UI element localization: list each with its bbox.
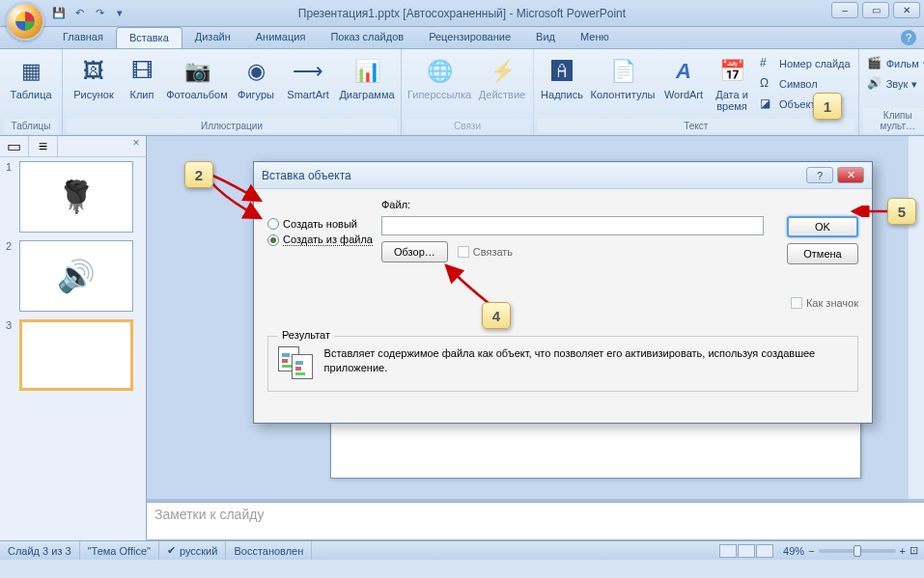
tab-menu[interactable]: Меню	[568, 27, 622, 48]
speaker-icon: 🔊	[57, 258, 96, 294]
movie-button[interactable]: 🎬Фильм▾	[863, 54, 924, 73]
group-media-label: Клипы мульт…	[863, 108, 924, 133]
spellcheck-icon: ✔	[167, 544, 176, 557]
status-recovered: Восстановлен	[226, 541, 312, 560]
tab-review[interactable]: Рецензирование	[416, 27, 523, 48]
slidenum-button[interactable]: #Номер слайда	[756, 54, 854, 73]
picture-button[interactable]: 🖼Рисунок	[67, 54, 121, 102]
slideshow-view-button[interactable]	[756, 544, 773, 558]
chart-button[interactable]: 📊Диаграмма	[337, 54, 397, 102]
create-new-radio[interactable]: Создать новый	[267, 218, 374, 230]
slidenum-icon: #	[760, 56, 775, 71]
action-button[interactable]: ⚡Действие	[475, 54, 529, 102]
ok-button[interactable]: OK	[787, 216, 858, 237]
tab-animation[interactable]: Анимация	[243, 27, 319, 48]
group-links: 🌐Гиперссылка ⚡Действие Связи	[402, 49, 534, 135]
callout-2: 2	[184, 161, 213, 188]
normal-view-button[interactable]	[719, 544, 737, 558]
thumbnail-2[interactable]: 🔊	[19, 240, 133, 312]
table-icon: ▦	[15, 56, 46, 87]
cancel-button[interactable]: Отмена	[787, 243, 858, 264]
file-label: Файл:	[381, 199, 764, 210]
save-icon[interactable]: 💾	[50, 5, 68, 22]
dialog-titlebar[interactable]: Вставка объекта ? ✕	[254, 162, 872, 189]
as-icon-checkbox-row[interactable]: Как значок	[791, 297, 858, 309]
maximize-button[interactable]: ▭	[862, 2, 889, 18]
callout-1: 1	[813, 93, 842, 120]
table-button[interactable]: ▦Таблица	[4, 54, 58, 102]
movie-icon: 🎬	[867, 56, 882, 71]
slides-tab[interactable]: ▭	[0, 136, 29, 156]
result-legend: Результат	[278, 329, 334, 341]
browse-button[interactable]: Обзор…	[381, 241, 448, 262]
status-bar: Слайд 3 из 3 "Тема Office" ✔русский Восс…	[0, 540, 924, 560]
browse-row: Обзор… Связать	[381, 241, 764, 262]
tab-insert[interactable]: Вставка	[116, 27, 182, 48]
sorter-view-button[interactable]	[738, 544, 755, 558]
group-illustrations: 🖼Рисунок 🎞Клип 📷Фотоальбом ◉Фигуры ⟶Smar…	[63, 49, 402, 135]
zoom-slider-thumb[interactable]	[854, 545, 861, 557]
group-text-label: Текст	[538, 119, 854, 133]
calendar-icon: 📅	[716, 56, 747, 87]
dialog-title-buttons: ? ✕	[806, 167, 864, 183]
status-language[interactable]: ✔русский	[159, 541, 226, 560]
sound-button[interactable]: 🔊Звук▾	[863, 74, 924, 94]
wordart-button[interactable]: AWordArt	[659, 54, 708, 102]
thumb-item-3[interactable]: 3	[6, 319, 140, 391]
clip-button[interactable]: 🎞Клип	[123, 54, 161, 102]
datetime-button[interactable]: 📅Дата и время	[710, 54, 754, 114]
result-text: Вставляет содержимое файла как объект, ч…	[324, 346, 848, 381]
qat-dropdown-icon[interactable]: ▾	[111, 5, 128, 22]
tab-view[interactable]: Вид	[523, 27, 568, 48]
undo-icon[interactable]: ↶	[70, 5, 88, 22]
vertical-scrollbar[interactable]	[909, 136, 924, 499]
redo-icon[interactable]: ↷	[91, 5, 108, 22]
thumbnail-3[interactable]	[19, 319, 133, 391]
thumbnail-1[interactable]: 🌹	[19, 161, 133, 233]
zoom-slider[interactable]	[819, 549, 896, 553]
shapes-icon: ◉	[240, 56, 271, 87]
dialog-help-button[interactable]: ?	[806, 167, 833, 183]
thumb-item-2[interactable]: 2🔊	[6, 240, 140, 312]
fit-button[interactable]: ⊡	[910, 544, 918, 557]
smartart-button[interactable]: ⟶SmartArt	[281, 54, 335, 102]
outline-tab[interactable]: ≡	[29, 136, 58, 156]
slide-canvas[interactable]	[330, 421, 861, 479]
headerfooter-button[interactable]: 📄Колонтитулы	[588, 54, 658, 102]
hyperlink-button[interactable]: 🌐Гиперссылка	[406, 54, 473, 102]
notes-pane[interactable]: Заметки к слайду	[147, 502, 924, 540]
zoom-out-button[interactable]: −	[808, 545, 814, 557]
title-bar: 💾 ↶ ↷ ▾ Презентация1.pptx [Автосохраненн…	[0, 0, 924, 27]
minimize-button[interactable]: –	[831, 2, 858, 18]
callout-5: 5	[887, 198, 916, 225]
file-path-input[interactable]	[381, 216, 764, 235]
file-column: Файл: Обзор… Связать	[381, 199, 764, 309]
tab-slideshow[interactable]: Показ слайдов	[318, 27, 416, 48]
rose-icon: 🌹	[57, 179, 96, 215]
close-button[interactable]: ✕	[893, 2, 920, 18]
tab-home[interactable]: Главная	[50, 27, 116, 48]
chevron-down-icon: ▾	[911, 78, 917, 91]
dialog-close-button[interactable]: ✕	[837, 167, 864, 183]
clip-icon: 🎞	[126, 56, 157, 87]
thumb-item-1[interactable]: 1🌹	[6, 161, 140, 233]
object-icon: ◪	[760, 96, 775, 112]
photoalbum-button[interactable]: 📷Фотоальбом	[163, 54, 231, 102]
office-button[interactable]	[6, 2, 44, 41]
tab-design[interactable]: Дизайн	[182, 27, 243, 48]
result-icon	[278, 346, 315, 381]
pane-tabs: ▭ ≡ ×	[0, 136, 146, 157]
zoom-level[interactable]: 49%	[783, 545, 804, 557]
help-icon[interactable]: ?	[901, 30, 916, 45]
shapes-button[interactable]: ◉Фигуры	[233, 54, 279, 102]
textbox-button[interactable]: 🅰Надпись	[538, 54, 586, 102]
zoom-control: 49% − + ⊡	[777, 544, 924, 557]
pane-close-icon[interactable]: ×	[126, 136, 146, 156]
zoom-in-button[interactable]: +	[900, 545, 906, 557]
textbox-icon: 🅰	[546, 56, 577, 87]
window-title: Презентация1.pptx [Автосохраненный] - Mi…	[298, 7, 626, 20]
create-from-file-radio[interactable]: Создать из файла	[267, 234, 374, 246]
symbol-button[interactable]: ΩСимвол	[756, 74, 854, 94]
link-checkbox-row[interactable]: Связать	[458, 246, 513, 258]
symbol-icon: Ω	[760, 76, 775, 92]
